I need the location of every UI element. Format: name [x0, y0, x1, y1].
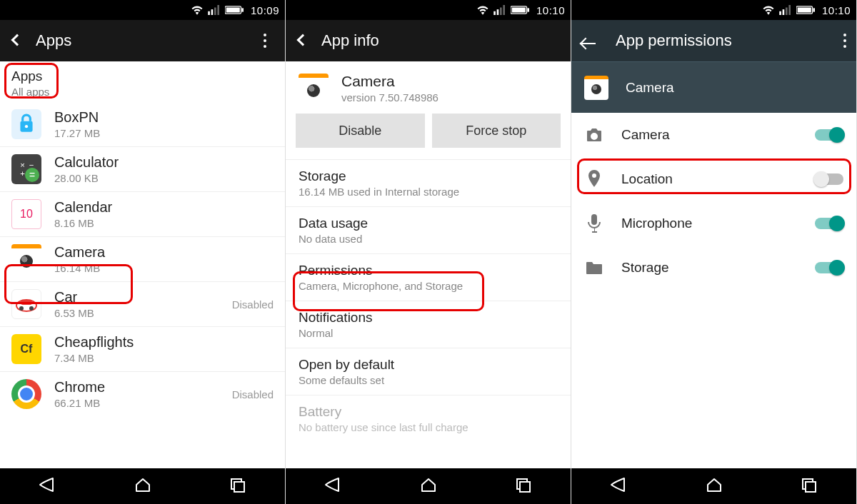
- battery-icon: [225, 5, 244, 15]
- signal-icon: [493, 5, 506, 15]
- overflow-menu-icon[interactable]: [251, 34, 279, 48]
- nav-recent-icon[interactable]: [229, 477, 246, 495]
- calculator-icon: ×−+ =: [11, 154, 41, 184]
- nav-bar: [571, 468, 856, 504]
- force-stop-button[interactable]: Force stop: [432, 114, 561, 148]
- svg-rect-1: [211, 9, 214, 15]
- svg-point-14: [29, 306, 34, 311]
- app-row-calendar[interactable]: 10 Calendar 8.16 MB: [0, 192, 285, 237]
- row-permissions[interactable]: Permissions Camera, Microphone, and Stor…: [286, 253, 571, 301]
- app-row-car[interactable]: Car 6.53 MB Disabled: [0, 282, 285, 327]
- camera-icon: [299, 74, 329, 104]
- apps-list: Apps All apps BoxPN 17.27 MB ×−+ = Calcu…: [0, 61, 285, 468]
- permissions-app-header: Camera: [571, 61, 856, 113]
- perm-toggle[interactable]: [815, 262, 843, 273]
- overflow-menu-icon[interactable]: [839, 34, 851, 48]
- storage-perm-icon: [584, 261, 604, 275]
- perm-row-storage[interactable]: Storage: [571, 246, 856, 290]
- location-perm-icon: [584, 170, 604, 188]
- app-name: Car: [54, 289, 219, 306]
- app-status: Disabled: [232, 298, 274, 311]
- app-name: Calculator: [54, 154, 274, 171]
- app-name: Chrome: [54, 379, 219, 395]
- perm-row-location[interactable]: Location: [571, 157, 856, 201]
- app-info-header: Camera version 7.50.748986: [286, 61, 571, 114]
- app-info-content: Camera version 7.50.748986 Disable Force…: [286, 61, 571, 468]
- nav-back-icon[interactable]: [324, 477, 343, 495]
- app-name: Camera: [341, 73, 438, 90]
- row-storage[interactable]: Storage 16.14 MB used in Internal storag…: [286, 159, 571, 206]
- button-row: Disable Force stop: [286, 114, 571, 159]
- perm-toggle[interactable]: [815, 218, 843, 229]
- back-arrow-icon[interactable]: [577, 30, 600, 51]
- app-size: 6.53 MB: [54, 307, 219, 319]
- microphone-perm-icon: [584, 214, 604, 233]
- screen-app-info: 10:10 App info Camera version 7.50.74898…: [286, 0, 571, 504]
- back-icon[interactable]: [291, 29, 311, 53]
- nav-recent-icon[interactable]: [801, 477, 818, 495]
- status-time: 10:09: [251, 4, 279, 16]
- svg-rect-26: [520, 482, 530, 492]
- action-bar: Apps: [0, 20, 285, 61]
- wifi-icon: [476, 5, 489, 15]
- screen-app-permissions: 10:10 App permissions Camera Camera Loca…: [571, 0, 857, 504]
- battery-icon: [796, 5, 815, 15]
- battery-icon: [511, 5, 529, 15]
- app-row-calculator[interactable]: ×−+ = Calculator 28.00 KB: [0, 147, 285, 192]
- row-notifications[interactable]: Notifications Normal: [286, 301, 571, 348]
- svg-rect-6: [241, 8, 244, 11]
- row-open-by-default[interactable]: Open by default Some defaults set: [286, 348, 571, 395]
- perm-toggle[interactable]: [815, 173, 843, 185]
- app-name: BoxPN: [54, 109, 274, 126]
- nav-recent-icon[interactable]: [515, 477, 532, 495]
- nav-bar: [0, 468, 285, 504]
- app-size: 17.27 MB: [54, 127, 274, 139]
- row-data-usage[interactable]: Data usage No data used: [286, 206, 571, 253]
- boxpn-icon: [11, 109, 41, 139]
- app-name: Camera: [626, 80, 674, 96]
- disable-button[interactable]: Disable: [296, 114, 425, 148]
- svg-rect-15: [21, 300, 32, 305]
- nav-home-icon[interactable]: [134, 477, 151, 495]
- app-status: Disabled: [232, 388, 274, 400]
- app-row-boxpn[interactable]: BoxPN 17.27 MB: [0, 102, 285, 147]
- nav-home-icon[interactable]: [706, 477, 723, 495]
- app-row-chrome[interactable]: Chrome 66.21 MB Disabled: [0, 372, 285, 416]
- svg-rect-21: [503, 5, 505, 15]
- nav-home-icon[interactable]: [420, 477, 437, 495]
- page-title: Apps: [36, 31, 241, 50]
- status-time: 10:10: [536, 4, 565, 16]
- category-title: Apps: [11, 69, 274, 84]
- perm-row-microphone[interactable]: Microphone: [571, 201, 856, 246]
- signal-icon: [208, 5, 221, 15]
- nav-back-icon[interactable]: [39, 477, 57, 495]
- chrome-icon: [11, 379, 41, 409]
- svg-rect-35: [806, 482, 816, 492]
- wifi-icon: [762, 5, 775, 15]
- status-bar: 10:10: [571, 0, 856, 20]
- svg-rect-18: [493, 11, 496, 15]
- app-size: 16.14 MB: [54, 262, 274, 274]
- svg-text:×: ×: [20, 161, 25, 169]
- back-icon[interactable]: [6, 29, 26, 53]
- calendar-icon: 10: [11, 199, 41, 229]
- svg-point-13: [19, 306, 24, 311]
- app-row-cheapflights[interactable]: Cf Cheapflights 7.34 MB: [0, 327, 285, 372]
- app-row-camera[interactable]: Camera 16.14 MB: [0, 237, 285, 282]
- svg-rect-33: [813, 8, 815, 11]
- row-battery[interactable]: Battery No battery use since last full c…: [286, 395, 571, 442]
- svg-rect-23: [512, 8, 526, 13]
- app-size: 7.34 MB: [54, 352, 274, 364]
- svg-rect-0: [208, 11, 210, 15]
- nav-back-icon[interactable]: [610, 477, 628, 495]
- cheapflights-icon: Cf: [11, 334, 41, 364]
- svg-rect-2: [214, 8, 216, 16]
- perm-toggle[interactable]: [815, 129, 843, 141]
- perm-row-camera[interactable]: Camera: [571, 113, 856, 157]
- svg-rect-17: [234, 482, 244, 492]
- apps-category-header[interactable]: Apps All apps: [0, 61, 285, 102]
- app-name: Cheapflights: [54, 334, 274, 351]
- svg-rect-32: [798, 8, 811, 13]
- svg-rect-5: [226, 8, 240, 13]
- status-bar: 10:10: [286, 0, 571, 20]
